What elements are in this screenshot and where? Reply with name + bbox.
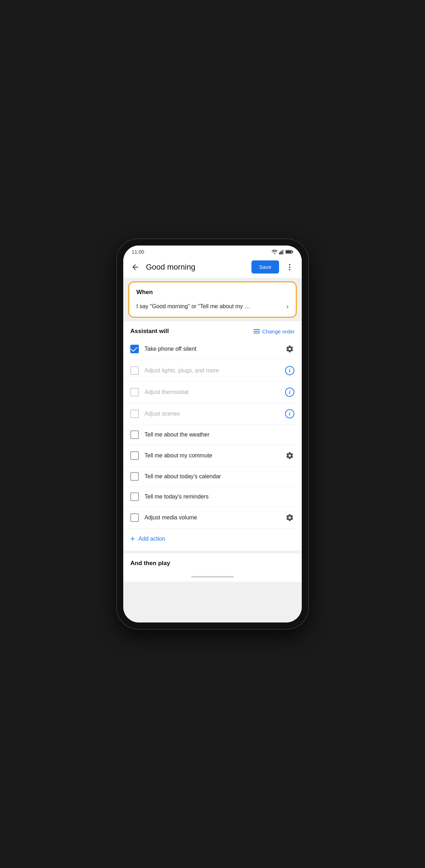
action-item[interactable]: Tell me about the weather — [123, 424, 302, 445]
header: Good morning Save — [123, 257, 302, 278]
dot — [289, 264, 290, 265]
dot — [289, 269, 290, 270]
action-text: Take phone off silent — [144, 346, 279, 352]
battery-icon — [285, 250, 293, 254]
gear-icon[interactable] — [285, 451, 295, 461]
action-item[interactable]: Take phone off silent — [123, 338, 302, 360]
checkbox[interactable] — [130, 430, 139, 439]
checkbox[interactable] — [130, 410, 139, 418]
action-text: Adjust thermostat — [144, 389, 279, 395]
phone-screen: 11:00 — [123, 246, 302, 622]
assistant-header: Assistant will Change order — [123, 321, 302, 338]
status-icons — [271, 249, 293, 254]
reorder-icon — [254, 329, 260, 333]
actions-list: Take phone off silent Adjust lights, plu… — [123, 338, 302, 528]
wifi-icon — [271, 249, 278, 254]
action-text: Tell me about today's calendar — [144, 473, 295, 480]
checkbox[interactable] — [130, 472, 139, 481]
checkbox[interactable] — [130, 451, 139, 460]
status-time: 11:00 — [132, 249, 144, 255]
action-text: Adjust scenes — [144, 411, 279, 417]
action-item[interactable]: Adjust media volume — [123, 507, 302, 528]
info-icon[interactable]: i — [285, 366, 295, 376]
action-text: Tell me today's reminders — [144, 494, 295, 500]
change-order-label: Change order — [262, 328, 295, 334]
add-action-label: Add action — [138, 536, 165, 542]
add-action-button[interactable]: + Add action — [123, 528, 302, 551]
gear-icon[interactable] — [285, 344, 295, 354]
add-plus-icon: + — [130, 534, 135, 543]
when-section: When I say "Good morning" or "Tell me ab… — [128, 281, 297, 318]
home-bar — [123, 573, 302, 582]
info-icon[interactable]: i — [285, 387, 295, 397]
checkbox[interactable] — [130, 345, 139, 353]
chevron-right-icon: › — [286, 302, 289, 310]
action-text: Tell me about the weather — [144, 432, 295, 438]
assistant-section: Assistant will Change order Take phone o… — [123, 321, 302, 551]
action-text: Tell me about my commute — [144, 452, 279, 459]
svg-rect-6 — [286, 250, 291, 253]
home-bar-line — [191, 576, 234, 577]
gear-icon[interactable] — [285, 513, 295, 523]
svg-rect-5 — [292, 251, 293, 253]
more-options-button[interactable] — [283, 261, 296, 274]
dot — [289, 266, 290, 268]
svg-rect-1 — [280, 252, 282, 254]
checkbox[interactable] — [130, 388, 139, 396]
header-title: Good morning — [146, 263, 247, 272]
checkbox[interactable] — [130, 492, 139, 501]
change-order-button[interactable]: Change order — [254, 328, 295, 334]
section-divider — [123, 551, 302, 553]
action-item[interactable]: Adjust lights, plugs, and morei — [123, 360, 302, 381]
when-trigger[interactable]: I say "Good morning" or "Tell me about m… — [136, 302, 289, 310]
status-bar: 11:00 — [123, 246, 302, 257]
action-item[interactable]: Tell me about my commute — [123, 445, 302, 466]
back-arrow-icon — [131, 263, 140, 271]
back-button[interactable] — [129, 261, 142, 274]
when-label: When — [136, 289, 289, 296]
info-icon[interactable]: i — [285, 409, 295, 419]
phone-frame: 11:00 — [117, 239, 308, 629]
action-item[interactable]: Tell me today's reminders — [123, 486, 302, 507]
play-label: And then play — [130, 560, 170, 567]
when-trigger-text: I say "Good morning" or "Tell me about m… — [136, 303, 286, 310]
svg-rect-3 — [283, 249, 284, 254]
svg-rect-0 — [279, 252, 280, 254]
signal-icon — [279, 249, 284, 254]
scroll-content: When I say "Good morning" or "Tell me ab… — [123, 278, 302, 622]
save-button[interactable]: Save — [251, 260, 279, 274]
action-text: Adjust media volume — [144, 514, 279, 521]
checkbox[interactable] — [130, 366, 139, 375]
action-item[interactable]: Adjust scenesi — [123, 403, 302, 424]
play-section: And then play — [123, 553, 302, 573]
assistant-label: Assistant will — [130, 328, 169, 335]
action-item[interactable]: Tell me about today's calendar — [123, 466, 302, 486]
checkbox[interactable] — [130, 513, 139, 522]
action-text: Adjust lights, plugs, and more — [144, 367, 279, 374]
svg-rect-2 — [282, 250, 283, 254]
action-item[interactable]: Adjust thermostati — [123, 381, 302, 403]
